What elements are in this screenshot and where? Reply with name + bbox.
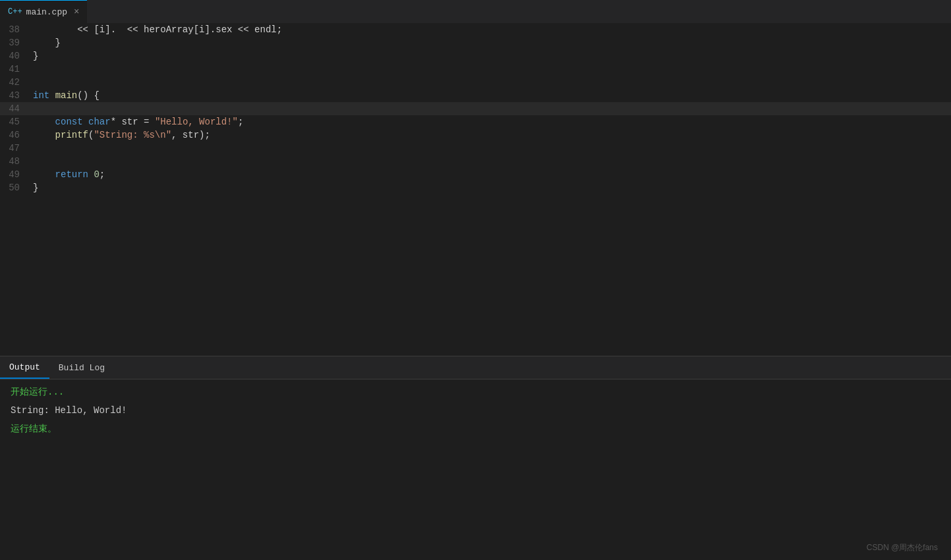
line-number: 46 (0, 128, 33, 142)
panel-content: 开始运行... String: Hello, World! 运行结束。 (0, 379, 951, 560)
line-number: 44 (0, 102, 33, 115)
line-content: << [i]. << heroArray[i].sex << endl; (33, 23, 282, 36)
line-content: } (33, 181, 38, 194)
line-number: 40 (0, 49, 33, 63)
code-line: 45 const char* str = "Hello, World!"; (0, 115, 951, 128)
tab-filename: main.cpp (26, 7, 67, 17)
line-content (33, 102, 38, 115)
code-line: 43 int main() { (0, 89, 951, 102)
tab-output[interactable]: Output (0, 356, 49, 379)
line-content (33, 155, 38, 168)
code-line: 48 (0, 155, 951, 168)
editor-area: 38 << [i]. << heroArray[i].sex << endl; … (0, 23, 951, 356)
line-number: 50 (0, 181, 33, 194)
line-number: 41 (0, 63, 33, 76)
code-line-active: 44 (0, 102, 951, 115)
code-line: 39 } (0, 36, 951, 49)
panel-tabs: Output Build Log (0, 356, 951, 379)
code-line: 47 (0, 142, 951, 155)
line-number: 42 (0, 76, 33, 89)
line-content: } (33, 36, 61, 49)
line-number: 49 (0, 168, 33, 181)
code-line: 40 } (0, 49, 951, 63)
code-line: 49 return 0; (0, 168, 951, 181)
line-content: printf("String: %s\n", str); (33, 128, 210, 142)
tab-bar: C++ main.cpp × (0, 0, 951, 23)
line-content: const char* str = "Hello, World!"; (33, 115, 243, 128)
code-line: 41 (0, 63, 951, 76)
line-number: 48 (0, 155, 33, 168)
code-line: 46 printf("String: %s\n", str); (0, 128, 951, 142)
line-content: return 0; (33, 168, 105, 181)
line-content: } (33, 49, 38, 63)
line-content (33, 142, 38, 155)
line-content: int main() { (33, 89, 100, 102)
line-content (33, 63, 38, 76)
output-line-1: 开始运行... (11, 385, 940, 399)
code-line: 50 } (0, 181, 951, 194)
code-container[interactable]: 38 << [i]. << heroArray[i].sex << endl; … (0, 23, 951, 356)
output-line-3: 运行结束。 (11, 422, 940, 436)
line-content (33, 76, 38, 89)
line-number: 43 (0, 89, 33, 102)
tab-build-log-label: Build Log (59, 363, 105, 373)
line-number: 45 (0, 115, 33, 128)
cpp-icon: C++ (8, 7, 22, 16)
tab-output-label: Output (9, 362, 40, 372)
tab-close-button[interactable]: × (74, 7, 79, 17)
tab-build-log[interactable]: Build Log (49, 356, 114, 379)
code-line: 42 (0, 76, 951, 89)
watermark: CSDN @周杰伦fans (867, 542, 938, 553)
bottom-panel: Output Build Log 开始运行... String: Hello, … (0, 356, 951, 560)
code-line: 38 << [i]. << heroArray[i].sex << endl; (0, 23, 951, 36)
line-number: 47 (0, 142, 33, 155)
output-line-2: String: Hello, World! (11, 403, 940, 418)
line-number: 39 (0, 36, 33, 49)
line-number: 38 (0, 23, 33, 36)
file-tab[interactable]: C++ main.cpp × (0, 0, 87, 23)
